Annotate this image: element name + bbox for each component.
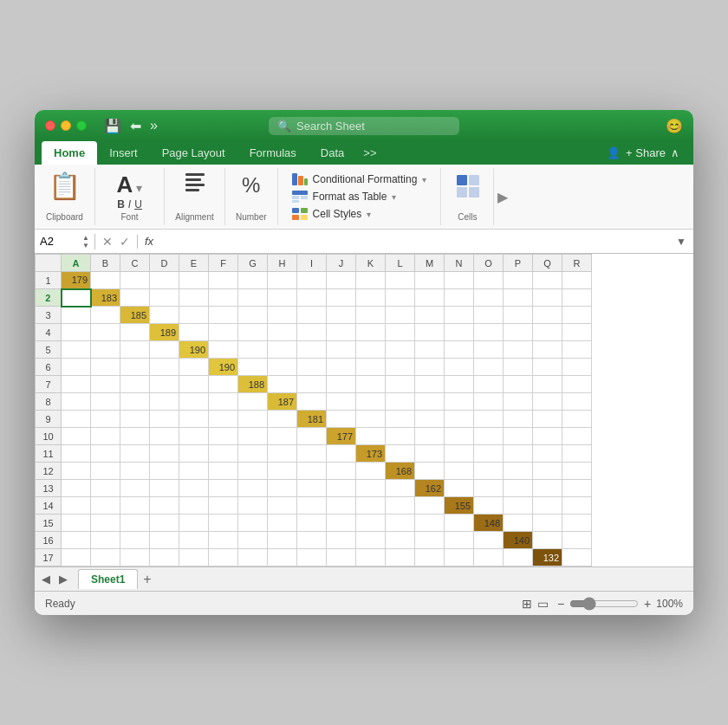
cell-16-D[interactable] <box>150 532 179 549</box>
cell-3-K[interactable] <box>356 307 386 324</box>
col-header-B[interactable]: B <box>91 255 120 272</box>
cell-15-K[interactable] <box>356 515 386 532</box>
cell-6-L[interactable] <box>386 359 415 376</box>
cell-10-G[interactable] <box>238 428 268 445</box>
cell-12-E[interactable] <box>179 463 209 480</box>
row-num-10[interactable]: 10 <box>36 428 62 445</box>
cell-10-C[interactable] <box>120 428 150 445</box>
cell-4-O[interactable] <box>474 324 504 341</box>
cell-10-E[interactable] <box>179 428 209 445</box>
cell-1-K[interactable] <box>356 272 386 289</box>
cell-17-H[interactable] <box>268 549 297 566</box>
cell-11-B[interactable] <box>91 445 120 463</box>
cell-16-G[interactable] <box>238 532 268 549</box>
cell-8-N[interactable] <box>445 393 474 411</box>
cell-1-G[interactable] <box>238 272 268 289</box>
cell-2-B[interactable]: 183 <box>91 289 120 307</box>
cell-12-J[interactable] <box>327 463 356 480</box>
cell-10-M[interactable] <box>415 428 445 445</box>
cell-7-K[interactable] <box>356 376 386 393</box>
cell-1-L[interactable] <box>386 272 415 289</box>
undo-icon[interactable]: ⬅ <box>130 118 141 134</box>
cell-2-M[interactable] <box>415 289 445 307</box>
underline-button[interactable]: U <box>134 198 142 210</box>
cell-12-N[interactable] <box>445 463 474 480</box>
fat-dropdown[interactable]: ▾ <box>392 192 396 202</box>
cell-15-P[interactable] <box>504 515 533 532</box>
cell-7-R[interactable] <box>562 376 592 393</box>
more-icon[interactable]: » <box>150 118 158 133</box>
cell-17-P[interactable] <box>504 549 533 566</box>
tab-home[interactable]: Home <box>42 141 97 165</box>
cell-16-F[interactable] <box>209 532 238 549</box>
cell-9-J[interactable] <box>327 411 356 428</box>
cell-15-L[interactable] <box>386 515 415 532</box>
cell-12-F[interactable] <box>209 463 238 480</box>
cell-17-Q[interactable]: 132 <box>533 549 562 566</box>
cell-4-L[interactable] <box>386 324 415 341</box>
cell-9-B[interactable] <box>91 411 120 428</box>
cell-1-C[interactable] <box>120 272 150 289</box>
cell-14-C[interactable] <box>120 497 150 515</box>
cell-12-Q[interactable] <box>533 463 562 480</box>
cf-dropdown[interactable]: ▾ <box>422 175 426 184</box>
confirm-formula-icon[interactable]: ✓ <box>120 235 130 249</box>
cell-13-Q[interactable] <box>533 480 562 497</box>
cell-2-G[interactable] <box>238 289 268 307</box>
cell-14-R[interactable] <box>562 497 592 515</box>
cell-11-D[interactable] <box>150 445 179 463</box>
cell-14-K[interactable] <box>356 497 386 515</box>
cell-4-B[interactable] <box>91 324 120 341</box>
cell-14-E[interactable] <box>179 497 209 515</box>
cell-3-M[interactable] <box>415 307 445 324</box>
cell-9-A[interactable] <box>62 411 91 428</box>
font-a-icon[interactable]: A <box>117 172 133 198</box>
cell-1-B[interactable] <box>91 272 120 289</box>
col-header-K[interactable]: K <box>356 255 386 272</box>
cs-dropdown[interactable]: ▾ <box>367 210 371 219</box>
sheet-nav-left[interactable]: ◀ <box>38 571 54 587</box>
cell-10-O[interactable] <box>474 428 504 445</box>
cell-16-K[interactable] <box>356 532 386 549</box>
cell-8-D[interactable] <box>150 393 179 411</box>
cell-2-Q[interactable] <box>533 289 562 307</box>
tab-more[interactable]: >> <box>356 141 383 165</box>
row-num-4[interactable]: 4 <box>36 324 62 341</box>
cell-3-L[interactable] <box>386 307 415 324</box>
cell-13-M[interactable]: 162 <box>415 480 445 497</box>
tab-insert[interactable]: Insert <box>97 141 150 165</box>
cell-5-O[interactable] <box>474 341 504 359</box>
cell-4-R[interactable] <box>562 324 592 341</box>
cell-16-C[interactable] <box>120 532 150 549</box>
col-header-D[interactable]: D <box>150 255 179 272</box>
cell-1-O[interactable] <box>474 272 504 289</box>
cell-1-A[interactable]: 179 <box>62 272 91 289</box>
cell-5-R[interactable] <box>562 341 592 359</box>
cell-12-P[interactable] <box>504 463 533 480</box>
cell-17-I[interactable] <box>297 549 327 566</box>
grid-view-icon[interactable]: ⊞ <box>522 597 532 611</box>
col-header-L[interactable]: L <box>386 255 415 272</box>
cell-12-C[interactable] <box>120 463 150 480</box>
cell-6-Q[interactable] <box>533 359 562 376</box>
cell-14-N[interactable]: 155 <box>445 497 474 515</box>
cell-8-I[interactable] <box>297 393 327 411</box>
cell-12-K[interactable] <box>356 463 386 480</box>
cell-5-B[interactable] <box>91 341 120 359</box>
bold-button[interactable]: B <box>117 198 125 210</box>
cell-5-G[interactable] <box>238 341 268 359</box>
cell-7-B[interactable] <box>91 376 120 393</box>
cell-8-G[interactable] <box>238 393 268 411</box>
cell-14-H[interactable] <box>268 497 297 515</box>
cell-9-I[interactable]: 181 <box>297 411 327 428</box>
cell-1-N[interactable] <box>445 272 474 289</box>
maximize-button[interactable] <box>76 120 87 131</box>
cell-13-I[interactable] <box>297 480 327 497</box>
cell-9-H[interactable] <box>268 411 297 428</box>
cell-7-J[interactable] <box>327 376 356 393</box>
cell-3-G[interactable] <box>238 307 268 324</box>
cell-2-F[interactable] <box>209 289 238 307</box>
cell-5-K[interactable] <box>356 341 386 359</box>
save-icon[interactable]: 💾 <box>104 118 121 134</box>
cell-7-F[interactable] <box>209 376 238 393</box>
